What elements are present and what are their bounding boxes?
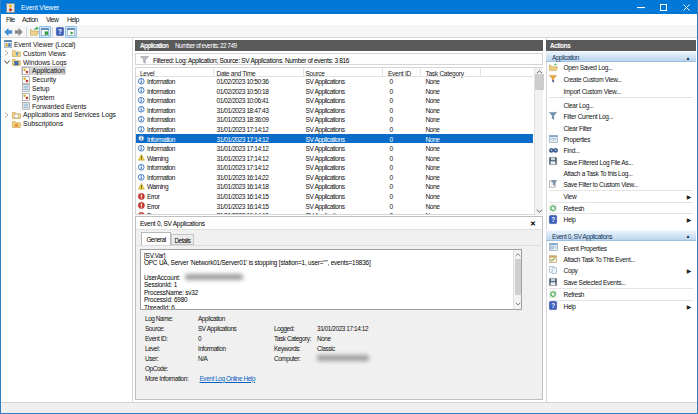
svg-text:?: ? (58, 28, 62, 35)
svg-text:?: ? (551, 215, 555, 222)
svg-text:?: ? (551, 302, 555, 309)
